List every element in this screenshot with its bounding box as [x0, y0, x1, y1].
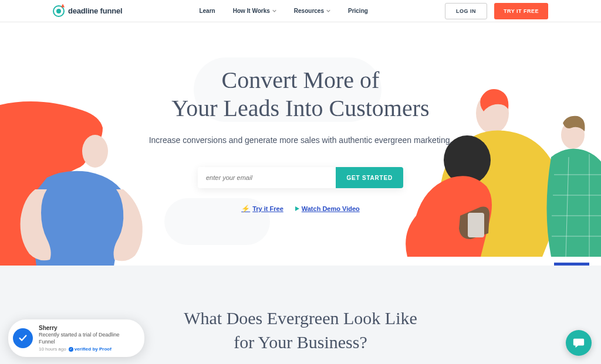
try-free-link[interactable]: ⚡ Try it Free — [241, 205, 283, 213]
get-started-button[interactable]: GET STARTED — [336, 167, 403, 188]
logo-text: deadline funnel — [68, 6, 122, 15]
logo-icon — [53, 5, 65, 17]
hero-content: Convert More of Your Leads Into Customer… — [0, 22, 601, 213]
hero-title: Convert More of Your Leads Into Customer… — [0, 66, 601, 123]
social-proof-toast[interactable]: Sherry Recently started a trial of Deadl… — [8, 319, 144, 357]
email-form: GET STARTED — [198, 167, 403, 188]
play-icon — [295, 206, 299, 211]
hero-links: ⚡ Try it Free Watch Demo Video — [0, 205, 601, 213]
nav-pricing[interactable]: Pricing — [348, 8, 368, 14]
watch-demo-link-label: Watch Demo Video — [302, 205, 360, 212]
bolt-icon: ⚡ — [241, 205, 250, 213]
proof-name: Sherry — [39, 324, 134, 332]
header-inner: deadline funnel Learn How It Works Resou… — [48, 3, 553, 19]
try-free-button[interactable]: TRY IT FREE — [494, 3, 548, 19]
nav-label: Learn — [199, 8, 215, 14]
watch-demo-link[interactable]: Watch Demo Video — [295, 205, 360, 212]
email-form-row: GET STARTED — [0, 167, 601, 188]
chat-icon — [572, 336, 585, 349]
email-input[interactable] — [198, 167, 336, 188]
header: deadline funnel Learn How It Works Resou… — [0, 0, 601, 22]
nav: Learn How It Works Resources Pricing — [199, 8, 367, 14]
chevron-down-icon — [326, 9, 330, 13]
proof-body: Sherry Recently started a trial of Deadl… — [39, 324, 134, 352]
nav-how-it-works[interactable]: How It Works — [233, 8, 276, 14]
hero-title-line2: Your Leads Into Customers — [171, 95, 429, 121]
svg-rect-3 — [468, 213, 484, 237]
proof-verified: verified by Proof — [69, 346, 112, 352]
svg-rect-11 — [554, 263, 589, 266]
section2-title-line2: for Your Business? — [234, 332, 367, 352]
header-actions: LOG IN TRY IT FREE — [445, 3, 548, 19]
login-button[interactable]: LOG IN — [445, 3, 487, 19]
chat-launcher[interactable] — [566, 330, 592, 356]
chevron-down-icon — [272, 9, 276, 13]
nav-learn[interactable]: Learn — [199, 8, 215, 14]
section2-title-line1: What Does Evergreen Look Like — [184, 308, 417, 328]
logo[interactable]: deadline funnel — [53, 5, 122, 17]
proof-verified-label: verified by Proof — [75, 346, 112, 352]
proof-message: Recently started a trial of Deadline Fun… — [39, 332, 134, 345]
check-circle-icon — [13, 328, 33, 348]
hero-section: Convert More of Your Leads Into Customer… — [0, 22, 601, 266]
hero-title-line1: Convert More of — [222, 67, 380, 93]
nav-label: Resources — [294, 8, 324, 14]
proof-time: 10 hours ago — [39, 346, 66, 352]
nav-label: Pricing — [348, 8, 368, 14]
hero-subtitle: Increase conversions and generate more s… — [0, 135, 601, 145]
nav-label: How It Works — [233, 8, 270, 14]
try-free-link-label: Try it Free — [252, 205, 283, 212]
check-badge-icon — [69, 347, 73, 352]
proof-meta: 10 hours ago verified by Proof — [39, 346, 134, 352]
nav-resources[interactable]: Resources — [294, 8, 330, 14]
